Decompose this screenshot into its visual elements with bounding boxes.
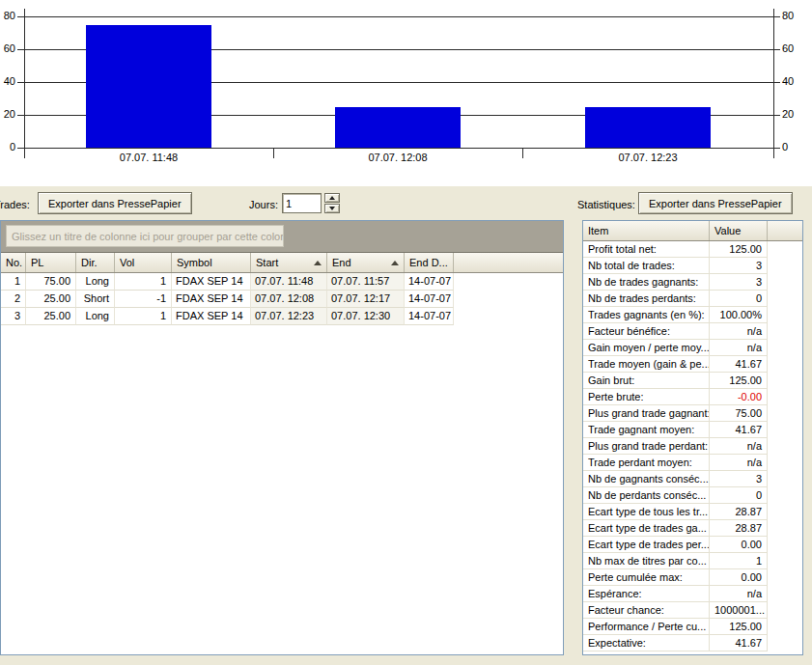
table-row[interactable]: 325.00Long1FDAX SEP 1407.07. 12:2307.07.… bbox=[1, 308, 563, 325]
stat-value: 3 bbox=[710, 274, 768, 291]
table-row[interactable]: 225.00Short-1FDAX SEP 1407.07. 12:0807.0… bbox=[1, 291, 563, 308]
column-header-end[interactable]: End bbox=[327, 253, 405, 272]
stat-value: 41.67 bbox=[710, 422, 768, 438]
stat-value: n/a bbox=[710, 455, 768, 471]
cell: 75.00 bbox=[26, 273, 76, 291]
column-header-dir[interactable]: Dir. bbox=[76, 253, 115, 272]
stats-row: Ecart type de tous les tr...28.87 bbox=[583, 504, 802, 520]
cell: FDAX SEP 14 bbox=[172, 273, 251, 291]
column-header-vol[interactable]: Vol bbox=[115, 253, 172, 272]
y-axis-label-left: 80 bbox=[0, 10, 15, 21]
stat-value: 0.00 bbox=[710, 537, 768, 553]
stat-value: 1000001... bbox=[710, 602, 768, 619]
stat-item-label: Trade moyen (gain & pe... bbox=[583, 356, 710, 373]
column-header-endd[interactable]: End D... bbox=[405, 253, 454, 272]
cell: FDAX SEP 14 bbox=[172, 291, 251, 308]
stat-value: 1 bbox=[710, 553, 768, 569]
column-header-symbol[interactable]: Symbol bbox=[172, 253, 251, 272]
stat-item-label: Gain moyen / perte moy... bbox=[583, 340, 710, 356]
arrow-down-icon bbox=[329, 207, 335, 210]
stat-item-label: Profit total net: bbox=[583, 241, 710, 258]
stat-item-label: Espérance: bbox=[583, 586, 710, 602]
stat-item-label: Nb total de trades: bbox=[583, 258, 710, 274]
y-axis-label-left: 40 bbox=[0, 75, 15, 87]
stat-value: 125.00 bbox=[710, 373, 768, 389]
arrow-up-icon bbox=[329, 196, 335, 200]
stats-row: Espérance:n/a bbox=[583, 586, 802, 602]
stat-item-label: Trades gagnants (en %): bbox=[583, 307, 710, 323]
jours-spin-down-button[interactable] bbox=[324, 204, 340, 213]
stats-rows: Profit total net:125.00Nb total de trade… bbox=[583, 241, 802, 651]
y-axis-label-right: 80 bbox=[782, 10, 805, 21]
y-tick-left bbox=[17, 16, 24, 17]
stats-row: Gain moyen / perte moy...n/a bbox=[583, 340, 802, 356]
stat-item-label: Nb de perdants conséc... bbox=[583, 487, 710, 504]
export-trades-button[interactable]: Exporter dans PressePapier bbox=[38, 192, 192, 214]
jours-input[interactable] bbox=[282, 193, 322, 213]
stat-value: 28.87 bbox=[710, 504, 768, 520]
cell: 07.07. 12:23 bbox=[251, 308, 327, 325]
cell: 07.07. 11:57 bbox=[327, 273, 405, 291]
stats-row: Perte cumulée max:0.00 bbox=[583, 569, 802, 586]
stat-value: n/a bbox=[710, 438, 768, 455]
cell: FDAX SEP 14 bbox=[172, 308, 251, 325]
cell: 2 bbox=[1, 291, 26, 308]
y-tick-right bbox=[773, 148, 780, 149]
cell: Long bbox=[76, 308, 115, 325]
stat-item-label: Perte brute: bbox=[583, 389, 710, 405]
stats-row: Facteur chance:1000001... bbox=[583, 602, 802, 619]
column-header-start[interactable]: Start bbox=[251, 253, 327, 272]
cell: 07.07. 12:08 bbox=[251, 291, 327, 308]
stat-item-label: Gain brut: bbox=[583, 373, 710, 389]
table-row[interactable]: 175.00Long1FDAX SEP 1407.07. 11:4807.07.… bbox=[1, 273, 563, 291]
jours-spin-up-button[interactable] bbox=[324, 193, 340, 203]
stats-row: Trade perdant moyen:n/a bbox=[583, 455, 802, 471]
column-header-no[interactable]: No. bbox=[1, 253, 26, 272]
stat-item-label: Expectative: bbox=[583, 635, 710, 651]
stat-value: 0 bbox=[710, 487, 768, 504]
trades-header-row: No.PLDir.VolSymbolStartEndEnd D... bbox=[1, 253, 563, 273]
cell: 14-07-07 bbox=[405, 273, 454, 291]
stats-row: Trade moyen (gain & pe...41.67 bbox=[583, 356, 802, 373]
y-axis-label-left: 60 bbox=[0, 42, 15, 54]
y-tick-right bbox=[773, 115, 780, 116]
y-tick-right bbox=[773, 82, 780, 83]
stat-value: -0.00 bbox=[710, 389, 768, 405]
stats-row: Nb de gagnants conséc...3 bbox=[583, 471, 802, 487]
stats-row: Trades gagnants (en %):100.00% bbox=[583, 307, 802, 323]
stats-row: Performance / Perte cu...125.00 bbox=[583, 619, 802, 635]
stats-header-item[interactable]: Item bbox=[583, 221, 710, 240]
stats-row: Expectative:41.67 bbox=[583, 635, 802, 651]
group-by-hint: Glissez un titre de colonne ici pour gro… bbox=[6, 225, 284, 247]
stat-item-label: Facteur chance: bbox=[583, 602, 710, 619]
stat-item-label: Ecart type de tous les tr... bbox=[583, 504, 710, 520]
y-tick-left bbox=[17, 82, 24, 83]
stat-item-label: Trade gagnant moyen: bbox=[583, 422, 710, 438]
y-tick-right bbox=[773, 16, 780, 17]
stat-value: 3 bbox=[710, 471, 768, 487]
jours-label: Jours: bbox=[249, 199, 278, 210]
stat-value: 0.00 bbox=[710, 569, 768, 586]
stat-item-label: Plus grand trade perdant: bbox=[583, 438, 710, 455]
jours-spinner bbox=[324, 193, 340, 213]
trades-rows: 175.00Long1FDAX SEP 1407.07. 11:4807.07.… bbox=[1, 273, 563, 325]
y-axis-label-right: 20 bbox=[782, 108, 805, 120]
y-axis-label-right: 40 bbox=[782, 75, 805, 87]
statistics-grid: Item Value Profit total net:125.00Nb tot… bbox=[582, 220, 803, 655]
y-tick-left bbox=[17, 148, 24, 149]
y-axis-right bbox=[773, 9, 774, 158]
y-axis-label-left: 0 bbox=[0, 141, 15, 152]
cell: 1 bbox=[115, 308, 172, 325]
stats-row: Nb de trades perdants:0 bbox=[583, 291, 802, 307]
chart-gridline bbox=[24, 16, 773, 17]
stat-item-label: Nb de trades gagnants: bbox=[583, 274, 710, 291]
group-by-bar[interactable]: Glissez un titre de colonne ici pour gro… bbox=[1, 221, 563, 253]
cell: 07.07. 11:48 bbox=[251, 273, 327, 291]
trades-label: Trades: bbox=[0, 199, 30, 210]
stats-row: Nb total de trades:3 bbox=[583, 258, 802, 274]
stat-value: 41.67 bbox=[710, 635, 768, 651]
stat-item-label: Nb de trades perdants: bbox=[583, 291, 710, 307]
export-stats-button[interactable]: Exporter dans PressePapier bbox=[638, 192, 793, 214]
stats-header-value[interactable]: Value bbox=[710, 221, 768, 240]
column-header-pl[interactable]: PL bbox=[26, 253, 76, 272]
